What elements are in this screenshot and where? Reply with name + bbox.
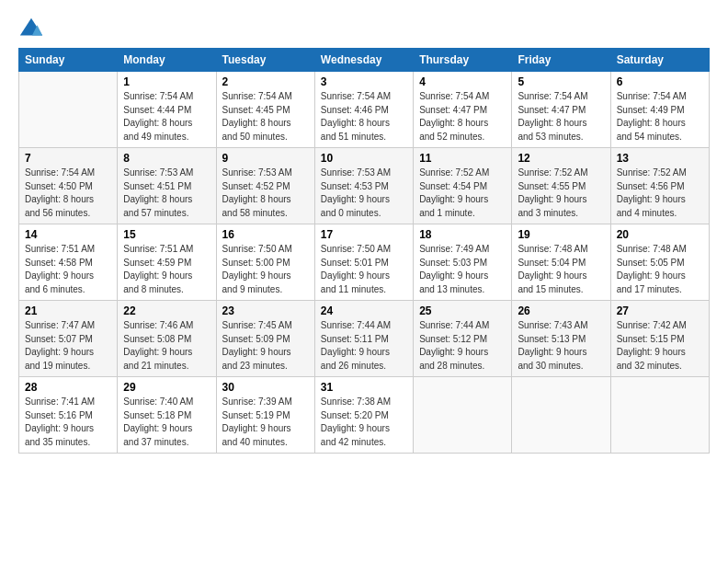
day-number: 10 — [321, 152, 407, 165]
day-number: 20 — [617, 228, 703, 241]
day-number: 22 — [123, 304, 210, 317]
day-info: Sunrise: 7:40 AM Sunset: 5:18 PM Dayligh… — [123, 396, 210, 449]
calendar-cell: 17Sunrise: 7:50 AM Sunset: 5:01 PM Dayli… — [314, 224, 413, 301]
day-info: Sunrise: 7:54 AM Sunset: 4:47 PM Dayligh… — [419, 90, 506, 144]
col-header-saturday: Saturday — [610, 49, 709, 72]
day-number: 19 — [518, 228, 604, 241]
col-header-thursday: Thursday — [414, 49, 512, 72]
day-number: 29 — [123, 381, 210, 394]
calendar-cell: 12Sunrise: 7:52 AM Sunset: 4:55 PM Dayli… — [512, 148, 610, 224]
day-number: 30 — [222, 381, 309, 394]
day-info: Sunrise: 7:54 AM Sunset: 4:46 PM Dayligh… — [321, 90, 407, 144]
calendar-cell — [512, 377, 610, 454]
col-header-wednesday: Wednesday — [314, 49, 413, 72]
day-number: 4 — [419, 75, 506, 88]
day-number: 26 — [518, 304, 604, 317]
header-row: SundayMondayTuesdayWednesdayThursdayFrid… — [19, 49, 710, 72]
day-info: Sunrise: 7:48 AM Sunset: 5:05 PM Dayligh… — [617, 243, 703, 296]
calendar-cell: 9Sunrise: 7:53 AM Sunset: 4:52 PM Daylig… — [216, 148, 314, 224]
col-header-tuesday: Tuesday — [216, 49, 314, 72]
week-row-4: 21Sunrise: 7:47 AM Sunset: 5:07 PM Dayli… — [19, 301, 710, 377]
day-number: 24 — [321, 304, 407, 317]
calendar-cell: 14Sunrise: 7:51 AM Sunset: 4:58 PM Dayli… — [19, 224, 118, 301]
calendar-cell — [19, 72, 118, 148]
day-number: 7 — [25, 152, 111, 165]
day-info: Sunrise: 7:44 AM Sunset: 5:12 PM Dayligh… — [419, 319, 506, 373]
calendar-cell: 26Sunrise: 7:43 AM Sunset: 5:13 PM Dayli… — [512, 301, 610, 377]
calendar-cell: 23Sunrise: 7:45 AM Sunset: 5:09 PM Dayli… — [216, 301, 314, 377]
day-info: Sunrise: 7:43 AM Sunset: 5:13 PM Dayligh… — [518, 319, 604, 373]
day-info: Sunrise: 7:45 AM Sunset: 5:09 PM Dayligh… — [222, 319, 309, 373]
day-number: 28 — [25, 381, 111, 394]
day-number: 21 — [25, 304, 111, 317]
day-info: Sunrise: 7:47 AM Sunset: 5:07 PM Dayligh… — [25, 319, 111, 373]
calendar-cell — [610, 377, 709, 454]
calendar-cell — [414, 377, 512, 454]
calendar-cell: 7Sunrise: 7:54 AM Sunset: 4:50 PM Daylig… — [19, 148, 118, 224]
calendar-cell: 6Sunrise: 7:54 AM Sunset: 4:49 PM Daylig… — [610, 72, 709, 148]
day-number: 18 — [419, 228, 506, 241]
logo — [18, 17, 46, 42]
day-info: Sunrise: 7:53 AM Sunset: 4:51 PM Dayligh… — [123, 167, 210, 220]
week-row-3: 14Sunrise: 7:51 AM Sunset: 4:58 PM Dayli… — [19, 224, 710, 301]
week-row-1: 1Sunrise: 7:54 AM Sunset: 4:44 PM Daylig… — [19, 72, 710, 148]
week-row-5: 28Sunrise: 7:41 AM Sunset: 5:16 PM Dayli… — [19, 377, 710, 454]
day-info: Sunrise: 7:54 AM Sunset: 4:47 PM Dayligh… — [518, 90, 604, 144]
calendar-cell: 8Sunrise: 7:53 AM Sunset: 4:51 PM Daylig… — [118, 148, 216, 224]
logo-icon — [18, 17, 44, 42]
calendar-cell: 22Sunrise: 7:46 AM Sunset: 5:08 PM Dayli… — [118, 301, 216, 377]
day-info: Sunrise: 7:52 AM Sunset: 4:56 PM Dayligh… — [617, 167, 703, 220]
calendar-cell: 20Sunrise: 7:48 AM Sunset: 5:05 PM Dayli… — [610, 224, 709, 301]
calendar-cell: 31Sunrise: 7:38 AM Sunset: 5:20 PM Dayli… — [314, 377, 413, 454]
calendar-table: SundayMondayTuesdayWednesdayThursdayFrid… — [18, 48, 710, 454]
calendar-cell: 18Sunrise: 7:49 AM Sunset: 5:03 PM Dayli… — [414, 224, 512, 301]
day-info: Sunrise: 7:42 AM Sunset: 5:15 PM Dayligh… — [617, 319, 703, 373]
header — [18, 17, 710, 42]
day-number: 8 — [123, 152, 210, 165]
col-header-friday: Friday — [512, 49, 610, 72]
calendar-cell: 15Sunrise: 7:51 AM Sunset: 4:59 PM Dayli… — [118, 224, 216, 301]
day-number: 14 — [25, 228, 111, 241]
day-number: 2 — [222, 75, 309, 88]
day-info: Sunrise: 7:39 AM Sunset: 5:19 PM Dayligh… — [222, 396, 309, 449]
calendar-cell: 11Sunrise: 7:52 AM Sunset: 4:54 PM Dayli… — [414, 148, 512, 224]
calendar-cell: 1Sunrise: 7:54 AM Sunset: 4:44 PM Daylig… — [118, 72, 216, 148]
day-info: Sunrise: 7:48 AM Sunset: 5:04 PM Dayligh… — [518, 243, 604, 296]
day-info: Sunrise: 7:50 AM Sunset: 5:01 PM Dayligh… — [321, 243, 407, 296]
day-info: Sunrise: 7:46 AM Sunset: 5:08 PM Dayligh… — [123, 319, 210, 373]
day-number: 1 — [123, 75, 210, 88]
day-number: 12 — [518, 152, 604, 165]
calendar-cell: 5Sunrise: 7:54 AM Sunset: 4:47 PM Daylig… — [512, 72, 610, 148]
day-number: 16 — [222, 228, 309, 241]
calendar-cell: 10Sunrise: 7:53 AM Sunset: 4:53 PM Dayli… — [314, 148, 413, 224]
day-info: Sunrise: 7:52 AM Sunset: 4:54 PM Dayligh… — [419, 167, 506, 220]
day-info: Sunrise: 7:54 AM Sunset: 4:44 PM Dayligh… — [123, 90, 210, 144]
day-info: Sunrise: 7:53 AM Sunset: 4:52 PM Dayligh… — [222, 167, 309, 220]
day-number: 11 — [419, 152, 506, 165]
day-info: Sunrise: 7:52 AM Sunset: 4:55 PM Dayligh… — [518, 167, 604, 220]
calendar-cell: 13Sunrise: 7:52 AM Sunset: 4:56 PM Dayli… — [610, 148, 709, 224]
col-header-sunday: Sunday — [19, 49, 118, 72]
calendar-cell: 16Sunrise: 7:50 AM Sunset: 5:00 PM Dayli… — [216, 224, 314, 301]
calendar-cell: 24Sunrise: 7:44 AM Sunset: 5:11 PM Dayli… — [314, 301, 413, 377]
day-info: Sunrise: 7:54 AM Sunset: 4:45 PM Dayligh… — [222, 90, 309, 144]
day-number: 25 — [419, 304, 506, 317]
day-number: 17 — [321, 228, 407, 241]
calendar-cell: 3Sunrise: 7:54 AM Sunset: 4:46 PM Daylig… — [314, 72, 413, 148]
day-number: 15 — [123, 228, 210, 241]
calendar-cell: 4Sunrise: 7:54 AM Sunset: 4:47 PM Daylig… — [414, 72, 512, 148]
day-number: 27 — [617, 304, 703, 317]
calendar-cell: 25Sunrise: 7:44 AM Sunset: 5:12 PM Dayli… — [414, 301, 512, 377]
day-number: 3 — [321, 75, 407, 88]
day-info: Sunrise: 7:44 AM Sunset: 5:11 PM Dayligh… — [321, 319, 407, 373]
week-row-2: 7Sunrise: 7:54 AM Sunset: 4:50 PM Daylig… — [19, 148, 710, 224]
day-info: Sunrise: 7:54 AM Sunset: 4:49 PM Dayligh… — [617, 90, 703, 144]
calendar-cell: 27Sunrise: 7:42 AM Sunset: 5:15 PM Dayli… — [610, 301, 709, 377]
calendar-cell: 19Sunrise: 7:48 AM Sunset: 5:04 PM Dayli… — [512, 224, 610, 301]
calendar-cell: 28Sunrise: 7:41 AM Sunset: 5:16 PM Dayli… — [19, 377, 118, 454]
day-info: Sunrise: 7:51 AM Sunset: 4:59 PM Dayligh… — [123, 243, 210, 296]
day-info: Sunrise: 7:53 AM Sunset: 4:53 PM Dayligh… — [321, 167, 407, 220]
day-number: 9 — [222, 152, 309, 165]
col-header-monday: Monday — [118, 49, 216, 72]
calendar-cell: 21Sunrise: 7:47 AM Sunset: 5:07 PM Dayli… — [19, 301, 118, 377]
